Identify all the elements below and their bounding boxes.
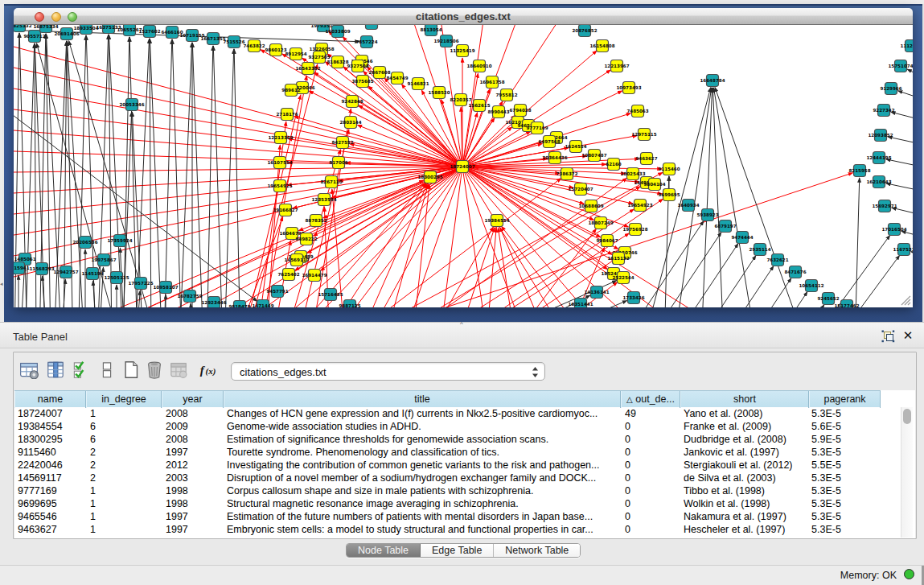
- function-builder-icon[interactable]: f(x): [199, 360, 218, 379]
- cell-year[interactable]: 2008: [166, 433, 222, 446]
- cell-in_degree[interactable]: 1: [90, 484, 160, 497]
- cell-short[interactable]: de Silva et al. (2003): [684, 472, 807, 484]
- network-edge[interactable]: [713, 88, 756, 307]
- network-edge[interactable]: [781, 291, 807, 307]
- cell-out_de[interactable]: 0: [625, 497, 679, 510]
- network-edge[interactable]: [14, 125, 462, 167]
- cell-name[interactable]: 9115460: [18, 446, 84, 459]
- network-edge[interactable]: [462, 167, 493, 307]
- network-edge[interactable]: [129, 37, 138, 307]
- network-node[interactable]: 2803144: [339, 117, 361, 129]
- cell-year[interactable]: 1998: [166, 497, 222, 510]
- network-node[interactable]: 15720407: [568, 183, 593, 196]
- network-node[interactable]: 9227342: [873, 105, 894, 117]
- network-edge[interactable]: [907, 69, 913, 78]
- network-edge[interactable]: [891, 112, 913, 121]
- cell-in_degree[interactable]: 6: [90, 420, 160, 433]
- network-edge[interactable]: [434, 167, 462, 307]
- cell-pagerank[interactable]: 5.3E-5: [811, 484, 879, 497]
- table-row[interactable]: 946554611997Estimation of the future num…: [14, 510, 881, 523]
- cell-name[interactable]: 9465546: [18, 510, 84, 523]
- network-node[interactable]: 16648784: [700, 75, 725, 87]
- network-node[interactable]: 9474444: [731, 232, 753, 244]
- column-header-title[interactable]: title: [224, 391, 621, 408]
- network-node[interactable]: 10958107: [153, 282, 178, 294]
- network-node[interactable]: 11568293: [29, 263, 54, 275]
- cell-short[interactable]: Hescheler et al. (1997): [684, 523, 807, 536]
- table-row[interactable]: 969969511998Structural magnetic resonanc…: [14, 497, 881, 510]
- network-node[interactable]: 18807249: [588, 217, 613, 229]
- network-node[interactable]: 1167533: [893, 244, 913, 256]
- network-node[interactable]: 7857224: [355, 36, 377, 48]
- cell-name[interactable]: 18300295: [18, 433, 84, 446]
- import-table-icon[interactable]: [169, 360, 188, 379]
- network-node[interactable]: 15716485: [318, 289, 343, 301]
- network-node[interactable]: 16154808: [589, 40, 614, 52]
- table-row[interactable]: 1938455462009Genome-wide association stu…: [14, 420, 881, 433]
- network-edge[interactable]: [179, 43, 192, 307]
- cell-out_de[interactable]: 0: [625, 446, 679, 459]
- cell-name[interactable]: 14569117: [18, 472, 84, 484]
- network-node[interactable]: 8990443: [487, 106, 509, 118]
- network-node[interactable]: 12444195: [866, 152, 891, 164]
- cell-out_de[interactable]: 0: [625, 510, 679, 523]
- rows-icon[interactable]: [97, 360, 117, 379]
- network-edge[interactable]: [730, 266, 774, 307]
- network-edge[interactable]: [643, 88, 711, 307]
- cell-pagerank[interactable]: 5.9E-5: [811, 433, 879, 446]
- column-header-short[interactable]: short: [680, 391, 809, 408]
- column-header-pagerank[interactable]: pagerank: [809, 391, 881, 408]
- cell-in_degree[interactable]: 6: [90, 433, 160, 446]
- column-header-out_de[interactable]: △ out_de...: [621, 391, 680, 408]
- network-window-titlebar[interactable]: citations_edges.txt: [14, 8, 913, 25]
- network-node[interactable]: 17016504: [881, 224, 906, 236]
- cell-out_de[interactable]: 0: [625, 459, 679, 472]
- network-node[interactable]: 12923446: [201, 297, 226, 308]
- network-node[interactable]: 2935114: [749, 244, 770, 256]
- network-edge[interactable]: [855, 178, 860, 307]
- cell-in_degree[interactable]: 2: [90, 446, 160, 459]
- network-edge[interactable]: [14, 28, 462, 167]
- network-edge[interactable]: [150, 39, 162, 307]
- network-node[interactable]: 1471449: [252, 300, 273, 308]
- network-node[interactable]: 7955812: [495, 89, 517, 101]
- network-node[interactable]: 8878352: [305, 215, 326, 227]
- network-node[interactable]: 9887125: [339, 300, 360, 308]
- network-node[interactable]: 12093852: [868, 130, 893, 142]
- network-edge[interactable]: [756, 278, 791, 307]
- network-node[interactable]: 9129966: [880, 83, 901, 95]
- network-node[interactable]: 16961758: [479, 76, 504, 89]
- network-edge[interactable]: [123, 37, 129, 307]
- cell-title[interactable]: Estimation of the future numbers of pati…: [227, 510, 619, 523]
- network-node[interactable]: 8813054: [420, 25, 441, 36]
- network-node[interactable]: 9146821: [407, 78, 429, 90]
- network-edge[interactable]: [901, 231, 913, 237]
- network-node[interactable]: 19975867: [91, 254, 116, 266]
- cell-year[interactable]: 2012: [166, 459, 222, 472]
- network-node[interactable]: 9699695: [658, 189, 680, 201]
- cell-year[interactable]: 1997: [166, 446, 222, 459]
- network-edge[interactable]: [713, 88, 724, 307]
- network-node[interactable]: 7632621: [766, 254, 788, 266]
- cell-year[interactable]: 1997: [166, 510, 222, 523]
- tab-node-table[interactable]: Node Table: [347, 544, 421, 557]
- cell-in_degree[interactable]: 1: [90, 497, 160, 510]
- cell-out_de[interactable]: 0: [625, 484, 679, 497]
- network-node[interactable]: 17957225: [128, 278, 153, 290]
- network-edge[interactable]: [592, 301, 627, 307]
- cell-pagerank[interactable]: 5.5E-5: [811, 459, 879, 472]
- network-edge[interactable]: [898, 91, 913, 100]
- network-edge[interactable]: [368, 86, 462, 167]
- cell-out_de[interactable]: 0: [625, 420, 679, 433]
- cell-short[interactable]: Stergiakouli et al. (2012): [684, 459, 807, 472]
- cell-year[interactable]: 2008: [166, 407, 222, 420]
- network-node[interactable]: 7485063: [626, 105, 648, 117]
- cell-out_de[interactable]: 0: [625, 433, 679, 446]
- network-node[interactable]: 19384554: [484, 215, 509, 227]
- cell-short[interactable]: Nakamura et al. (1997): [684, 510, 807, 523]
- table-row[interactable]: 1830029562008Estimation of significance …: [14, 433, 881, 446]
- cell-name[interactable]: 9463627: [18, 523, 84, 536]
- network-node[interactable]: 10654112: [799, 280, 823, 292]
- network-edge[interactable]: [93, 281, 97, 307]
- cell-year[interactable]: 1998: [166, 484, 222, 497]
